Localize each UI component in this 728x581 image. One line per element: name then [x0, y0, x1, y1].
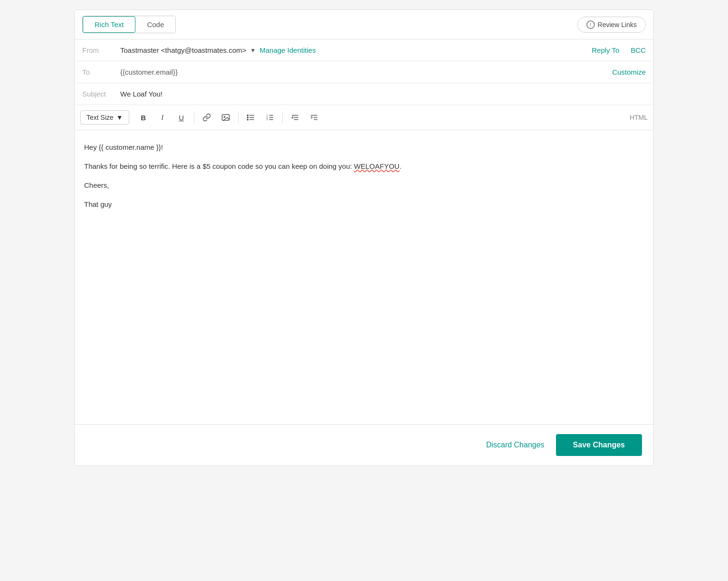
footer-bar: Discard Changes Save Changes	[75, 424, 653, 465]
ordered-list-icon: 1 2 3	[266, 113, 274, 122]
to-address: {{customer.email}}	[120, 68, 178, 76]
alert-icon: !	[586, 20, 595, 29]
image-button[interactable]	[217, 109, 234, 126]
tab-rich-text[interactable]: Rich Text	[83, 16, 135, 33]
editor-body[interactable]: Hey {{ customer.name }}! Thanks for bein…	[75, 130, 653, 424]
toolbar-divider-1	[194, 112, 194, 123]
review-links-button[interactable]: ! Review Links	[577, 17, 646, 33]
svg-point-5	[247, 115, 248, 116]
text-size-arrow: ▼	[116, 114, 123, 121]
indent-button[interactable]	[306, 109, 323, 126]
review-links-label: Review Links	[598, 21, 637, 29]
indent-icon	[310, 113, 318, 122]
subject-text: We Loaf You!	[120, 90, 163, 98]
subject-row: Subject We Loaf You!	[75, 83, 653, 105]
coupon-code: WELOAFYOU	[354, 162, 400, 170]
to-value: {{customer.email}}	[120, 68, 612, 76]
editor-line-3: Cheers,	[84, 180, 644, 191]
bold-button[interactable]: B	[135, 109, 152, 126]
outdent-button[interactable]	[287, 109, 304, 126]
html-label: HTML	[630, 114, 648, 121]
to-label: To	[82, 68, 120, 76]
subject-value: We Loaf You!	[120, 90, 646, 98]
editor-line2-suffix: .	[400, 162, 402, 170]
subject-label: Subject	[82, 90, 120, 98]
editor-line-1: Hey {{ customer.name }}!	[84, 142, 644, 153]
svg-point-1	[224, 116, 225, 117]
from-right-actions: Reply To BCC	[592, 46, 646, 54]
tab-code[interactable]: Code	[135, 16, 175, 33]
from-value: Toastmaster <thatgy@toastmates.com> ▼ Ma…	[120, 46, 592, 54]
text-size-button[interactable]: Text Size ▼	[80, 110, 129, 125]
svg-point-6	[247, 117, 248, 118]
toolbar-divider-2	[238, 112, 239, 123]
tab-group: Rich Text Code	[82, 16, 176, 33]
underline-button[interactable]: U	[173, 109, 190, 126]
toolbar-divider-3	[282, 112, 283, 123]
manage-identities-link[interactable]: Manage Identities	[259, 46, 316, 54]
svg-point-7	[247, 119, 248, 120]
editor-toolbar: Text Size ▼ B I U	[75, 105, 653, 130]
link-button[interactable]	[198, 109, 215, 126]
from-label: From	[82, 46, 120, 54]
editor-line2-prefix: Thanks for being so terrific. Here is a …	[84, 162, 354, 170]
outdent-icon	[291, 113, 299, 122]
unordered-list-button[interactable]	[242, 109, 259, 126]
ordered-list-button[interactable]: 1 2 3	[261, 109, 278, 126]
svg-rect-0	[222, 115, 229, 120]
discard-changes-button[interactable]: Discard Changes	[486, 441, 545, 449]
bcc-button[interactable]: BCC	[631, 46, 646, 54]
editor-line-4: That guy	[84, 199, 644, 210]
editor-line-2: Thanks for being so terrific. Here is a …	[84, 161, 644, 172]
reply-to-button[interactable]: Reply To	[592, 46, 619, 54]
unordered-list-icon	[247, 113, 255, 122]
from-address: Toastmaster <thatgy@toastmates.com>	[120, 46, 246, 54]
from-row: From Toastmaster <thatgy@toastmates.com>…	[75, 39, 653, 61]
email-editor: Rich Text Code ! Review Links From Toast…	[74, 10, 654, 466]
italic-button[interactable]: I	[154, 109, 171, 126]
to-row: To {{customer.email}} Customize	[75, 61, 653, 83]
link-icon	[202, 113, 211, 122]
from-dropdown-arrow[interactable]: ▼	[250, 47, 256, 54]
svg-text:3: 3	[266, 118, 268, 121]
save-changes-button[interactable]: Save Changes	[556, 434, 642, 456]
customize-link[interactable]: Customize	[612, 68, 646, 76]
text-size-label: Text Size	[86, 114, 114, 121]
tab-bar: Rich Text Code ! Review Links	[75, 10, 653, 39]
image-icon	[221, 114, 230, 121]
